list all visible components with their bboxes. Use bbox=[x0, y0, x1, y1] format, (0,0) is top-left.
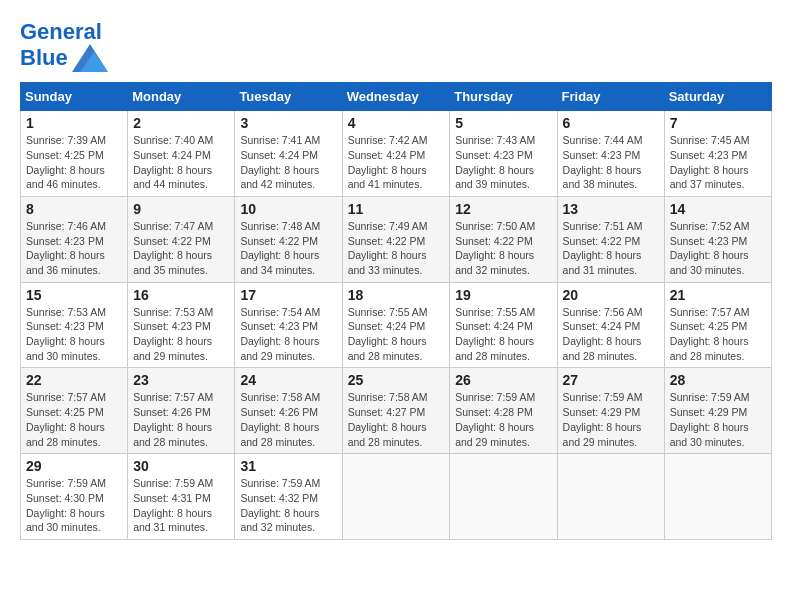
calendar-cell: 17 Sunrise: 7:54 AM Sunset: 4:23 PM Dayl… bbox=[235, 282, 342, 368]
day-number: 4 bbox=[348, 115, 445, 131]
day-number: 19 bbox=[455, 287, 551, 303]
day-info: Sunrise: 7:57 AM Sunset: 4:25 PM Dayligh… bbox=[26, 390, 122, 449]
calendar-cell: 31 Sunrise: 7:59 AM Sunset: 4:32 PM Dayl… bbox=[235, 454, 342, 540]
day-info: Sunrise: 7:53 AM Sunset: 4:23 PM Dayligh… bbox=[26, 305, 122, 364]
calendar-header-row: SundayMondayTuesdayWednesdayThursdayFrid… bbox=[21, 83, 772, 111]
day-info: Sunrise: 7:45 AM Sunset: 4:23 PM Dayligh… bbox=[670, 133, 766, 192]
day-number: 5 bbox=[455, 115, 551, 131]
calendar-cell: 30 Sunrise: 7:59 AM Sunset: 4:31 PM Dayl… bbox=[128, 454, 235, 540]
calendar-cell: 2 Sunrise: 7:40 AM Sunset: 4:24 PM Dayli… bbox=[128, 111, 235, 197]
day-number: 29 bbox=[26, 458, 122, 474]
logo: General Blue bbox=[20, 20, 108, 72]
day-info: Sunrise: 7:55 AM Sunset: 4:24 PM Dayligh… bbox=[348, 305, 445, 364]
day-info: Sunrise: 7:49 AM Sunset: 4:22 PM Dayligh… bbox=[348, 219, 445, 278]
weekday-header-saturday: Saturday bbox=[664, 83, 771, 111]
calendar-cell: 11 Sunrise: 7:49 AM Sunset: 4:22 PM Dayl… bbox=[342, 196, 450, 282]
day-info: Sunrise: 7:39 AM Sunset: 4:25 PM Dayligh… bbox=[26, 133, 122, 192]
calendar-cell: 5 Sunrise: 7:43 AM Sunset: 4:23 PM Dayli… bbox=[450, 111, 557, 197]
calendar-cell: 10 Sunrise: 7:48 AM Sunset: 4:22 PM Dayl… bbox=[235, 196, 342, 282]
day-number: 14 bbox=[670, 201, 766, 217]
calendar-cell: 14 Sunrise: 7:52 AM Sunset: 4:23 PM Dayl… bbox=[664, 196, 771, 282]
day-number: 27 bbox=[563, 372, 659, 388]
day-number: 2 bbox=[133, 115, 229, 131]
day-number: 1 bbox=[26, 115, 122, 131]
day-number: 11 bbox=[348, 201, 445, 217]
day-number: 28 bbox=[670, 372, 766, 388]
day-number: 24 bbox=[240, 372, 336, 388]
day-number: 13 bbox=[563, 201, 659, 217]
calendar-cell bbox=[450, 454, 557, 540]
day-info: Sunrise: 7:57 AM Sunset: 4:26 PM Dayligh… bbox=[133, 390, 229, 449]
calendar-cell: 19 Sunrise: 7:55 AM Sunset: 4:24 PM Dayl… bbox=[450, 282, 557, 368]
day-number: 31 bbox=[240, 458, 336, 474]
day-info: Sunrise: 7:40 AM Sunset: 4:24 PM Dayligh… bbox=[133, 133, 229, 192]
calendar-cell: 16 Sunrise: 7:53 AM Sunset: 4:23 PM Dayl… bbox=[128, 282, 235, 368]
day-number: 26 bbox=[455, 372, 551, 388]
calendar-cell: 13 Sunrise: 7:51 AM Sunset: 4:22 PM Dayl… bbox=[557, 196, 664, 282]
calendar-cell: 6 Sunrise: 7:44 AM Sunset: 4:23 PM Dayli… bbox=[557, 111, 664, 197]
day-number: 18 bbox=[348, 287, 445, 303]
day-number: 17 bbox=[240, 287, 336, 303]
calendar-cell: 4 Sunrise: 7:42 AM Sunset: 4:24 PM Dayli… bbox=[342, 111, 450, 197]
day-number: 22 bbox=[26, 372, 122, 388]
page-header: General Blue bbox=[20, 20, 772, 72]
day-info: Sunrise: 7:47 AM Sunset: 4:22 PM Dayligh… bbox=[133, 219, 229, 278]
day-info: Sunrise: 7:59 AM Sunset: 4:32 PM Dayligh… bbox=[240, 476, 336, 535]
calendar-week-5: 29 Sunrise: 7:59 AM Sunset: 4:30 PM Dayl… bbox=[21, 454, 772, 540]
calendar-cell: 18 Sunrise: 7:55 AM Sunset: 4:24 PM Dayl… bbox=[342, 282, 450, 368]
day-info: Sunrise: 7:59 AM Sunset: 4:29 PM Dayligh… bbox=[670, 390, 766, 449]
calendar-cell bbox=[664, 454, 771, 540]
calendar-week-3: 15 Sunrise: 7:53 AM Sunset: 4:23 PM Dayl… bbox=[21, 282, 772, 368]
calendar-cell bbox=[342, 454, 450, 540]
day-info: Sunrise: 7:48 AM Sunset: 4:22 PM Dayligh… bbox=[240, 219, 336, 278]
day-info: Sunrise: 7:58 AM Sunset: 4:27 PM Dayligh… bbox=[348, 390, 445, 449]
day-info: Sunrise: 7:59 AM Sunset: 4:28 PM Dayligh… bbox=[455, 390, 551, 449]
day-info: Sunrise: 7:54 AM Sunset: 4:23 PM Dayligh… bbox=[240, 305, 336, 364]
weekday-header-sunday: Sunday bbox=[21, 83, 128, 111]
day-info: Sunrise: 7:42 AM Sunset: 4:24 PM Dayligh… bbox=[348, 133, 445, 192]
day-number: 30 bbox=[133, 458, 229, 474]
day-number: 16 bbox=[133, 287, 229, 303]
day-number: 20 bbox=[563, 287, 659, 303]
day-info: Sunrise: 7:50 AM Sunset: 4:22 PM Dayligh… bbox=[455, 219, 551, 278]
day-info: Sunrise: 7:53 AM Sunset: 4:23 PM Dayligh… bbox=[133, 305, 229, 364]
weekday-header-thursday: Thursday bbox=[450, 83, 557, 111]
calendar-cell bbox=[557, 454, 664, 540]
day-info: Sunrise: 7:59 AM Sunset: 4:31 PM Dayligh… bbox=[133, 476, 229, 535]
calendar-cell: 22 Sunrise: 7:57 AM Sunset: 4:25 PM Dayl… bbox=[21, 368, 128, 454]
day-info: Sunrise: 7:46 AM Sunset: 4:23 PM Dayligh… bbox=[26, 219, 122, 278]
day-number: 21 bbox=[670, 287, 766, 303]
day-number: 12 bbox=[455, 201, 551, 217]
weekday-header-monday: Monday bbox=[128, 83, 235, 111]
weekday-header-tuesday: Tuesday bbox=[235, 83, 342, 111]
calendar-cell: 24 Sunrise: 7:58 AM Sunset: 4:26 PM Dayl… bbox=[235, 368, 342, 454]
day-number: 25 bbox=[348, 372, 445, 388]
calendar-cell: 29 Sunrise: 7:59 AM Sunset: 4:30 PM Dayl… bbox=[21, 454, 128, 540]
calendar-cell: 26 Sunrise: 7:59 AM Sunset: 4:28 PM Dayl… bbox=[450, 368, 557, 454]
day-number: 3 bbox=[240, 115, 336, 131]
day-info: Sunrise: 7:56 AM Sunset: 4:24 PM Dayligh… bbox=[563, 305, 659, 364]
weekday-header-wednesday: Wednesday bbox=[342, 83, 450, 111]
day-number: 23 bbox=[133, 372, 229, 388]
day-number: 8 bbox=[26, 201, 122, 217]
calendar-cell: 12 Sunrise: 7:50 AM Sunset: 4:22 PM Dayl… bbox=[450, 196, 557, 282]
calendar-cell: 21 Sunrise: 7:57 AM Sunset: 4:25 PM Dayl… bbox=[664, 282, 771, 368]
day-number: 9 bbox=[133, 201, 229, 217]
calendar-week-1: 1 Sunrise: 7:39 AM Sunset: 4:25 PM Dayli… bbox=[21, 111, 772, 197]
calendar-table: SundayMondayTuesdayWednesdayThursdayFrid… bbox=[20, 82, 772, 540]
day-info: Sunrise: 7:41 AM Sunset: 4:24 PM Dayligh… bbox=[240, 133, 336, 192]
day-info: Sunrise: 7:59 AM Sunset: 4:29 PM Dayligh… bbox=[563, 390, 659, 449]
weekday-header-friday: Friday bbox=[557, 83, 664, 111]
calendar-cell: 9 Sunrise: 7:47 AM Sunset: 4:22 PM Dayli… bbox=[128, 196, 235, 282]
logo-text: General bbox=[20, 20, 108, 44]
day-number: 6 bbox=[563, 115, 659, 131]
day-info: Sunrise: 7:43 AM Sunset: 4:23 PM Dayligh… bbox=[455, 133, 551, 192]
calendar-week-2: 8 Sunrise: 7:46 AM Sunset: 4:23 PM Dayli… bbox=[21, 196, 772, 282]
day-info: Sunrise: 7:51 AM Sunset: 4:22 PM Dayligh… bbox=[563, 219, 659, 278]
day-info: Sunrise: 7:57 AM Sunset: 4:25 PM Dayligh… bbox=[670, 305, 766, 364]
calendar-cell: 3 Sunrise: 7:41 AM Sunset: 4:24 PM Dayli… bbox=[235, 111, 342, 197]
day-info: Sunrise: 7:59 AM Sunset: 4:30 PM Dayligh… bbox=[26, 476, 122, 535]
day-info: Sunrise: 7:52 AM Sunset: 4:23 PM Dayligh… bbox=[670, 219, 766, 278]
calendar-cell: 23 Sunrise: 7:57 AM Sunset: 4:26 PM Dayl… bbox=[128, 368, 235, 454]
calendar-cell: 15 Sunrise: 7:53 AM Sunset: 4:23 PM Dayl… bbox=[21, 282, 128, 368]
